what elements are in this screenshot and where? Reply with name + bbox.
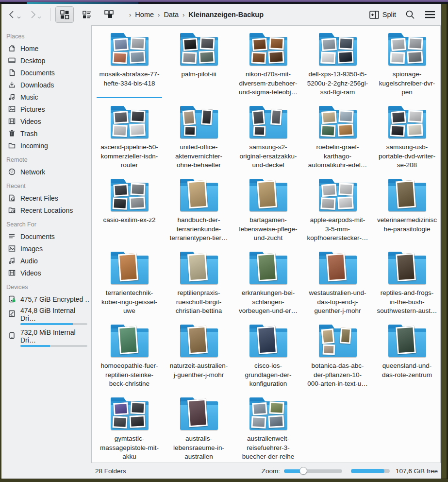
folder-item-gymtastic-massagepistole-mit-akku[interactable]: gymtastic-massagepistole-mit-akku <box>95 394 164 463</box>
folder-item-nikon-d70s-mit-diversem-zubehoer-und-sigma-teleobj[interactable]: nikon-d70s-mit-diversem-zubehoer-und-sig… <box>233 30 303 103</box>
thumbnail-photo <box>321 328 334 344</box>
breadcrumb-item-home[interactable]: Home <box>133 10 156 19</box>
thumbnail-photo <box>338 110 353 123</box>
thumbnail-photo <box>251 110 265 125</box>
folder-icon <box>319 37 357 66</box>
folder-item-ascend-pipeline-50-kommerzieller-isdn-router[interactable]: ascend-pipeline-50-kommerzieller-isdn-ro… <box>95 103 164 175</box>
folder-item-apple-earpods-mit-3-5-mm-kopfhoererstecker[interactable]: apple-earpods-mit-3-5-mm-kopfhoerersteck… <box>303 175 372 248</box>
sidebar-item-desktop[interactable]: Desktop <box>1 54 91 67</box>
tree-view-button[interactable] <box>100 6 118 23</box>
folder-item-palm-pilot-iii[interactable]: palm-pilot-iii <box>164 30 233 103</box>
thumbnail-photo <box>187 180 208 209</box>
folder-item-roebelin-graef-karthago-automatikuhr-edel[interactable]: roebelin-graef-karthago-automatikuhr-ede… <box>303 103 372 175</box>
folder-item-terrarientechnik-kober-ingo-geissel-uwe[interactable]: terrarientechnik-kober-ingo-geissel-uwe <box>95 248 164 321</box>
folder-label: palm-pilot-iii <box>181 70 216 79</box>
sidebar-item-audio[interactable]: Audio <box>1 255 91 267</box>
sidebar-item-music[interactable]: Music <box>1 91 91 103</box>
network-icon <box>8 168 16 176</box>
recent-folder-icon <box>8 206 16 214</box>
folder-item-erkrankungen-bei-schlangen-vorbeugen-und-er[interactable]: erkrankungen-bei-schlangen-vorbeugen-und… <box>233 248 303 321</box>
thumbnail-photo <box>182 52 197 64</box>
folder-item-reptiles-and-frogs-in-the-bush-southwestern-aust[interactable]: reptiles-and-frogs-in-the-bush-southwest… <box>372 248 441 321</box>
breadcrumb-item-data[interactable]: Data <box>162 10 181 19</box>
zoom-slider-handle[interactable] <box>299 467 307 475</box>
thumbnail-photo <box>112 124 127 137</box>
zoom-slider[interactable] <box>284 467 342 475</box>
forward-button[interactable] <box>28 10 41 19</box>
folder-item-casio-exilim-ex-z2[interactable]: casio-exilim-ex-z2 <box>95 175 164 248</box>
folder-item-dell-xps-13-9350-i5-5200u-2-2ghz-256gi-ssd-8gi-ram[interactable]: dell-xps-13-9350-i5-5200u-2-2ghz-256gi-s… <box>303 30 372 103</box>
thumbnail-photo <box>253 126 265 137</box>
sidebar-item-pictures[interactable]: Pictures <box>1 103 91 115</box>
sidebar-item-network[interactable]: Network <box>1 166 91 178</box>
thumbnail-photo <box>129 196 145 209</box>
thumbnail-photo <box>130 183 145 196</box>
folder-item-bartagamen-lebensweise-pflege-und-zucht[interactable]: bartagamen-lebensweise-pflege-und-zucht <box>233 175 303 248</box>
folder-item-westaustralien-und-das-top-end-j-guenther-j-mohr[interactable]: westaustralien-und-das-top-end-j-guenthe… <box>303 248 372 321</box>
search-icon <box>405 9 415 20</box>
sidebar-item-732-0-mib-internal-dri[interactable]: 732,0 MiB Internal Dri… <box>1 327 91 349</box>
folder-label: reptiles-and-frogs-in-the-bush-southwest… <box>377 289 437 316</box>
menu-button[interactable] <box>424 10 436 19</box>
thumbnail-photo <box>320 124 335 137</box>
folder-icon <box>180 402 218 430</box>
thumbnail-photo <box>391 111 406 124</box>
sidebar-item-images[interactable]: Images <box>1 242 91 255</box>
folder-item-veterinaermedizinische-parasitologie[interactable]: veterinaermedizinische-parasitologie <box>372 175 441 248</box>
sidebar-item-home[interactable]: Home <box>1 42 91 54</box>
folder-item-mosaik-abrafaxe-77-hefte-334-bis-418[interactable]: mosaik-abrafaxe-77-hefte-334-bis-418 <box>95 30 164 103</box>
details-view-icon <box>82 10 92 19</box>
folder-item-australis-lebensraeume-in-australien[interactable]: australis-lebensraeume-in-australien <box>164 394 233 463</box>
thumbnail-photo <box>129 415 145 428</box>
folder-item-homoeopathie-fuer-reptilien-steinke-beck-christine[interactable]: homoeopathie-fuer-reptilien-steinke-beck… <box>95 321 164 394</box>
sidebar-item-videos[interactable]: Videos <box>1 115 91 127</box>
sidebar-item-475-7-gib-encrypted[interactable]: 475,7 GiB Encrypted … <box>1 293 91 305</box>
download-icon <box>8 81 16 89</box>
folder-view[interactable]: mosaik-abrafaxe-77-hefte-334-bis-418palm… <box>91 25 441 463</box>
icons-view-button[interactable] <box>55 6 74 23</box>
tree-view-icon <box>104 10 115 19</box>
sidebar-item-recent-files[interactable]: Recent Files <box>1 192 91 204</box>
folder-item-naturzeit-australien-j-guenther-j-mohr[interactable]: naturzeit-australien-j-guenther-j-mohr <box>164 321 233 394</box>
sidebar-item-documents[interactable]: Documents <box>1 67 91 79</box>
folder-item-cisco-ios-grundlagen-der-konfiguration[interactable]: cisco-ios-grundlagen-der-konfiguration <box>233 321 303 394</box>
folder-item-australienwelt-reisefuehrer-3-buecher-der-reihe[interactable]: australienwelt-reisefuehrer-3-buecher-de… <box>233 394 303 463</box>
places-panel: PlacesHomeDesktopDocumentsDownloadsMusic… <box>1 25 91 463</box>
folder-icon <box>388 256 426 284</box>
back-button[interactable] <box>7 10 21 19</box>
folder-item-queensland-und-das-rote-zentrum[interactable]: queensland-und-das-rote-zentrum <box>372 321 441 394</box>
folder-label: spionage-kugelschreiber-dvr-pen <box>379 70 435 97</box>
sidebar-item-incoming[interactable]: Incoming <box>1 139 91 152</box>
sidebar-item-474-8-gib-internal-dri[interactable]: 474,8 GiB Internal Dri… <box>1 305 91 327</box>
thumbnail-photo <box>130 37 145 50</box>
search-button[interactable] <box>405 9 415 20</box>
image-icon <box>8 244 16 253</box>
sidebar-section-remote: Remote <box>1 152 91 166</box>
folder-item-botanica-das-abc-der-pflanzen-10-000-arten-in-text-u[interactable]: botanica-das-abc-der-pflanzen-10-000-art… <box>303 321 372 394</box>
folder-item-spionage-kugelschreiber-dvr-pen[interactable]: spionage-kugelschreiber-dvr-pen <box>372 30 441 103</box>
doc-lines-icon <box>8 232 16 241</box>
status-bar: 28 Folders Zoom: 107,6 GiB free <box>1 463 441 479</box>
thumbnail-photo <box>257 180 277 209</box>
folder-icon <box>180 37 218 66</box>
thumbnail-photo <box>339 327 351 344</box>
folder-item-samsung-usb-portable-dvd-writer-se-208[interactable]: samsung-usb-portable-dvd-writer-se-208 <box>372 103 441 175</box>
details-view-button[interactable] <box>78 6 96 23</box>
sidebar-item-videos[interactable]: Videos <box>1 267 91 279</box>
thumbnail-photo <box>270 109 282 125</box>
document-icon <box>8 69 16 77</box>
folder-item-samsung-s2-original-ersatzakku-und-deckel[interactable]: samsung-s2-original-ersatzakku-und-decke… <box>233 103 303 175</box>
folder-item-reptilienpraxis-rueschoff-birgit-christian-bettina[interactable]: reptilienpraxis-rueschoff-birgit-christi… <box>164 248 233 321</box>
home-icon <box>8 44 16 52</box>
folder-label: apple-earpods-mit-3-5-mm-kopfhoerersteck… <box>307 216 368 243</box>
sidebar-item-recent-locations[interactable]: Recent Locations <box>1 204 91 216</box>
sidebar-item-downloads[interactable]: Downloads <box>1 79 91 91</box>
disk-usage-bar <box>20 323 87 325</box>
folder-label: samsung-s2-original-ersatzakku-und-decke… <box>240 143 297 170</box>
breadcrumb-item-kleinanzeigen-backup[interactable]: Kleinanzeigen-Backup <box>186 10 265 19</box>
sidebar-item-documents[interactable]: Documents <box>1 230 91 242</box>
folder-item-handbuch-der-terrarienkunde-terrarientypen-tier[interactable]: handbuch-der-terrarienkunde-terrarientyp… <box>164 175 233 248</box>
folder-item-united-office-aktenvernichter-ohne-behaelter[interactable]: united-office-aktenvernichter-ohne-behae… <box>164 103 233 175</box>
split-button[interactable]: Split <box>369 11 396 19</box>
sidebar-item-trash[interactable]: Trash <box>1 127 91 139</box>
